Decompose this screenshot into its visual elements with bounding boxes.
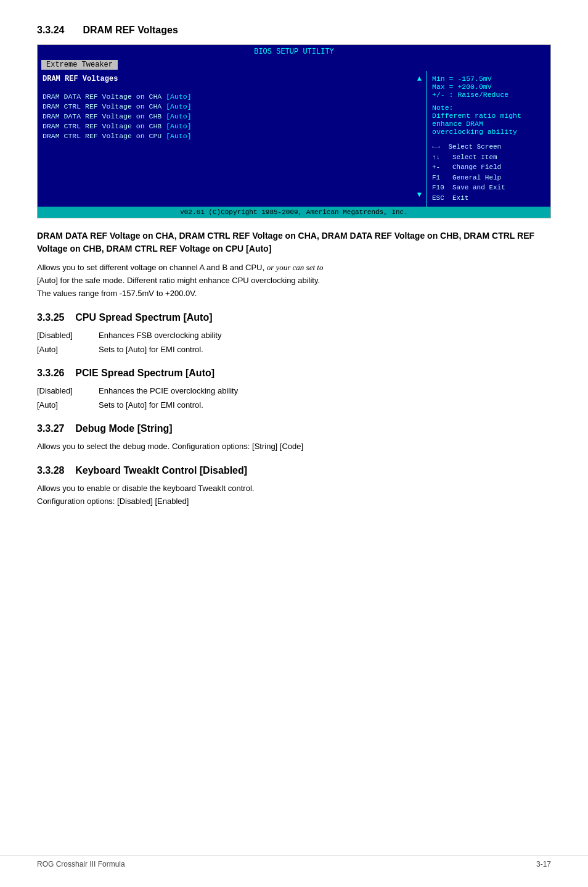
subsection-3327-heading: 3.3.27 Debug Mode [String] — [37, 423, 551, 434]
subsection-3325-heading: 3.3.25 CPU Spread Spectrum [Auto] — [37, 312, 551, 323]
bios-item-2: DRAM CTRL REF Voltage on CHA [Auto] — [43, 102, 422, 112]
nav-select-screen: ←→ Select Screen — [432, 142, 545, 152]
bios-nav: ←→ Select Screen ↑↓ Select Item +- Chang… — [432, 142, 545, 203]
option-row-auto: [Auto] Sets to [Auto] for EMI control. — [37, 344, 551, 357]
pcie-option-val-auto: Sets to [Auto] for EMI control. — [99, 399, 203, 412]
bios-footer: v02.61 (C)Copyright 1985-2009, American … — [38, 207, 550, 218]
bios-right-line2: Max = +200.0mV — [432, 83, 545, 91]
subsection-3325-options: [Disabled] Enhances FSB overclocking abi… — [37, 329, 551, 357]
subsection-3326: 3.3.26 PCIE Spread Spectrum [Auto] [Disa… — [37, 368, 551, 412]
subsection-3328: 3.3.28 Keyboard TweakIt Control [Disable… — [37, 465, 551, 508]
subsection-3325-number: 3.3.25 — [37, 312, 75, 323]
pcie-option-row-auto: [Auto] Sets to [Auto] for EMI control. — [37, 399, 551, 412]
bios-left-panel: DRAM REF Voltages ▲ DRAM DATA REF Voltag… — [38, 71, 427, 207]
nav-general-help: F1 General Help — [432, 173, 545, 183]
scroll-down-indicator: ▼ — [43, 191, 422, 199]
option-key-auto: [Auto] — [37, 344, 99, 357]
pcie-option-val-disabled: Enhances the PCIE overclocking ability — [99, 385, 238, 398]
option-val-disabled: Enhances FSB overclocking ability — [99, 329, 221, 342]
section-number: 3.3.24 — [37, 25, 80, 36]
subsection-3326-number: 3.3.26 — [37, 368, 75, 378]
subsection-3326-options: [Disabled] Enhances the PCIE overclockin… — [37, 385, 551, 412]
bios-right-line1: Min = -157.5mV — [432, 75, 545, 83]
pcie-option-key-disabled: [Disabled] — [37, 385, 99, 398]
nav-change-field: +- Change Field — [432, 162, 545, 173]
footer-right: 3-17 — [536, 860, 551, 868]
bios-right-note2: enhance DRAM — [432, 120, 545, 128]
subsection-3327: 3.3.27 Debug Mode [String] Allows you to… — [37, 423, 551, 453]
bios-right-note3: overclocking ability — [432, 128, 545, 136]
nav-select-item: ↑↓ Select Item — [432, 152, 545, 163]
bios-item-5: DRAM CTRL REF Voltage on CPU [Auto] — [43, 131, 422, 141]
subsection-3326-heading: 3.3.26 PCIE Spread Spectrum [Auto] — [37, 368, 551, 379]
subsection-3327-number: 3.3.27 — [37, 423, 75, 434]
nav-exit: ESC Exit — [432, 193, 545, 204]
bios-body: DRAM REF Voltages ▲ DRAM DATA REF Voltag… — [38, 71, 550, 207]
dram-heading: DRAM DATA REF Voltage on CHA, DRAM CTRL … — [37, 229, 551, 255]
subsection-3328-number: 3.3.28 — [37, 465, 75, 476]
dram-body: Allows you to set different voltage on c… — [37, 262, 551, 300]
handwritten-text: or your can set to — [267, 263, 324, 272]
section-heading: 3.3.24 DRAM REF Voltages — [37, 25, 551, 36]
bios-section-title: DRAM REF Voltages — [43, 75, 118, 83]
bios-item-3: DRAM DATA REF Voltage on CHB [Auto] — [43, 112, 422, 122]
option-row-disabled: [Disabled] Enhances FSB overclocking abi… — [37, 329, 551, 342]
section-title: DRAM REF Voltages — [83, 25, 178, 35]
subsection-3326-title: PCIE Spread Spectrum [Auto] — [75, 368, 214, 378]
footer-left: ROG Crosshair III Formula — [37, 860, 125, 868]
subsection-3325: 3.3.25 CPU Spread Spectrum [Auto] [Disab… — [37, 312, 551, 357]
bios-right-note1: Different ratio might — [432, 112, 545, 120]
subsection-3325-title: CPU Spread Spectrum [Auto] — [75, 312, 212, 323]
subsection-3328-title: Keyboard TweakIt Control [Disabled] — [75, 465, 247, 476]
bios-right-panel: Min = -157.5mV Max = +200.0mV +/- : Rais… — [427, 71, 550, 207]
bios-title: BIOS SETUP UTILITY — [38, 45, 550, 59]
bios-right-line3: +/- : Raise/Reduce — [432, 91, 545, 99]
bios-screenshot: BIOS SETUP UTILITY Extreme Tweaker DRAM … — [37, 44, 551, 218]
pcie-option-key-auto: [Auto] — [37, 399, 99, 412]
scroll-up-indicator: ▲ — [417, 75, 422, 87]
bios-tab: Extreme Tweaker — [41, 60, 118, 70]
page-footer: ROG Crosshair III Formula 3-17 — [0, 856, 588, 868]
option-key-disabled: [Disabled] — [37, 329, 99, 342]
nav-save-exit: F10 Save and Exit — [432, 183, 545, 193]
bios-right-note-label: Note: — [432, 104, 545, 112]
pcie-option-row-disabled: [Disabled] Enhances the PCIE overclockin… — [37, 385, 551, 398]
bios-tab-bar: Extreme Tweaker — [38, 59, 550, 71]
option-val-auto: Sets to [Auto] for EMI control. — [99, 344, 203, 357]
subsection-3327-body: Allows you to select the debug mode. Con… — [37, 440, 551, 453]
bios-item-4: DRAM CTRL REF Voltage on CHB [Auto] — [43, 122, 422, 131]
subsection-3328-body: Allows you to enable or disable the keyb… — [37, 482, 551, 508]
subsection-3327-title: Debug Mode [String] — [75, 423, 172, 434]
subsection-3328-heading: 3.3.28 Keyboard TweakIt Control [Disable… — [37, 465, 551, 476]
bios-item-1: DRAM DATA REF Voltage on CHA [Auto] — [43, 92, 422, 102]
